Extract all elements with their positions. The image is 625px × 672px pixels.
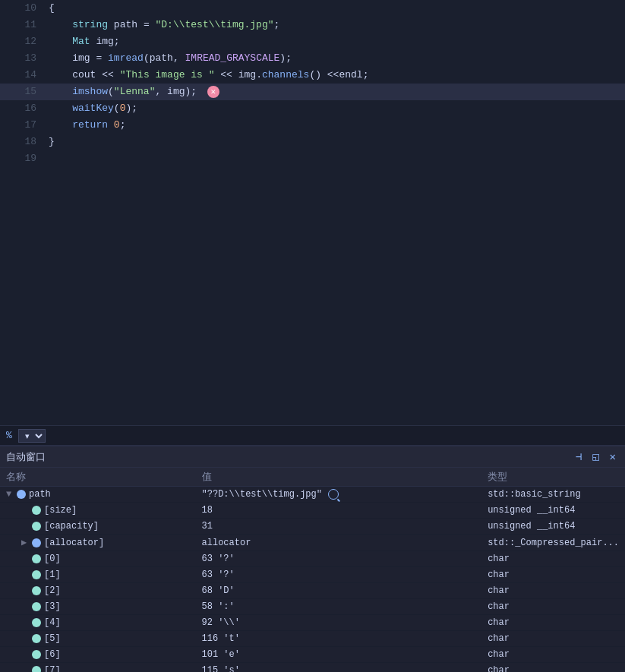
line-number-16: 16 — [0, 100, 46, 117]
zoom-dropdown[interactable]: ▾ — [18, 429, 46, 443]
row-icon — [32, 522, 41, 531]
row-icon — [32, 538, 41, 547]
line-content-15: imshow("Lenna", img); ✕ — [46, 84, 625, 100]
debug-toolbar-icons: ⊣ ◱ ✕ — [573, 449, 619, 465]
row-type-cell: char — [481, 583, 625, 599]
row-value-cell: 68 'D' — [196, 583, 482, 599]
row-name-text: [4] — [44, 617, 61, 628]
code-lines: 10 { 11 string path = "D:\\test\\timg.jp… — [0, 0, 625, 167]
row-value-text: 116 't' — [202, 633, 240, 644]
row-type-text: char — [488, 569, 510, 580]
row-type-text: std::_Compressed_pair... — [488, 538, 619, 548]
row-name-text: [capacity] — [44, 521, 99, 532]
row-value-cell: 92 '\\' — [196, 615, 482, 631]
row-value-cell: 18 — [196, 503, 482, 519]
table-row[interactable]: [capacity]31unsigned __int64 — [0, 519, 625, 535]
row-type-text: char — [488, 554, 510, 564]
expand-arrow[interactable]: ▼ — [6, 489, 15, 500]
row-value-text: 115 's' — [202, 665, 240, 672]
debug-panel: 自动窗口 ⊣ ◱ ✕ 名称 值 类型 ▼path"??D:\\test\\tim… — [0, 445, 625, 672]
code-line-13: 13 img = imread(path, IMREAD_GRAYSCALE); — [0, 50, 625, 67]
code-line-17: 17 return 0; — [0, 117, 625, 134]
row-type-cell: char — [481, 567, 625, 583]
row-type-cell: char — [481, 631, 625, 647]
row-value-text: 58 ':' — [202, 601, 235, 612]
search-value-icon[interactable] — [328, 489, 339, 500]
line-number-19: 19 — [0, 150, 46, 167]
row-value-cell: 31 — [196, 519, 482, 535]
row-name-text: [6] — [44, 649, 61, 660]
line-number-17: 17 — [0, 117, 46, 134]
float-icon[interactable]: ◱ — [589, 449, 601, 465]
table-row[interactable]: [3]58 ':'char — [0, 599, 625, 615]
line-content-17: return 0; — [46, 117, 625, 134]
zoom-percent: % — [6, 430, 12, 441]
row-icon — [32, 602, 41, 611]
line-content-13: img = imread(path, IMREAD_GRAYSCALE); — [46, 50, 625, 67]
code-line-15: 15 imshow("Lenna", img); ✕ — [0, 84, 625, 100]
row-type-cell: char — [481, 615, 625, 631]
close-icon[interactable]: ✕ — [607, 449, 619, 465]
row-name-text: [0] — [44, 554, 61, 564]
table-row[interactable]: [4]92 '\\'char — [0, 615, 625, 631]
error-icon: ✕ — [207, 86, 219, 98]
line-number-14: 14 — [0, 67, 46, 84]
row-type-cell: std::_Compressed_pair... — [481, 535, 625, 551]
row-value-text: 31 — [202, 521, 213, 532]
row-name-text: [3] — [44, 601, 61, 612]
row-type-cell: char — [481, 663, 625, 672]
row-value-text: 63 '?' — [202, 554, 235, 564]
row-type-text: char — [488, 649, 510, 660]
line-content-18: } — [46, 134, 625, 150]
row-icon — [32, 650, 41, 659]
table-row[interactable]: ▶[allocator]allocatorstd::_Compressed_pa… — [0, 535, 625, 551]
line-content-10: { — [46, 0, 625, 17]
row-name-text: [allocator] — [44, 538, 104, 548]
table-row[interactable]: ▼path"??D:\\test\\timg.jpg"std::basic_st… — [0, 487, 625, 503]
row-name-cell: [0] — [0, 551, 196, 567]
row-name-cell: ▼path — [0, 487, 196, 503]
row-value-text: "??D:\\test\\timg.jpg" — [202, 489, 322, 500]
row-type-cell: unsigned __int64 — [481, 503, 625, 519]
debug-variable-table: 名称 值 类型 ▼path"??D:\\test\\timg.jpg"std::… — [0, 468, 625, 672]
line-number-13: 13 — [0, 50, 46, 67]
line-number-11: 11 — [0, 17, 46, 33]
line-number-12: 12 — [0, 33, 46, 50]
row-type-text: char — [488, 665, 510, 672]
line-number-15: 15 — [0, 84, 46, 100]
row-type-cell: unsigned __int64 — [481, 519, 625, 535]
pin-icon[interactable]: ⊣ — [573, 449, 585, 465]
row-icon — [32, 618, 41, 627]
col-header-type: 类型 — [481, 468, 625, 487]
debug-toolbar: 自动窗口 ⊣ ◱ ✕ — [0, 446, 625, 468]
table-row[interactable]: [1]63 '?'char — [0, 567, 625, 583]
col-header-value: 值 — [196, 468, 482, 487]
code-line-10: 10 { — [0, 0, 625, 17]
row-value-text: 92 '\\' — [202, 617, 240, 628]
row-type-text: char — [488, 585, 510, 596]
row-name-cell: [4] — [0, 615, 196, 631]
code-line-14: 14 cout << "This image is " << img.chann… — [0, 67, 625, 84]
row-icon — [32, 586, 41, 595]
row-value-text: 18 — [202, 505, 213, 516]
table-row[interactable]: [6]101 'e'char — [0, 647, 625, 663]
line-content-16: waitKey(0); — [46, 100, 625, 117]
row-type-text: char — [488, 617, 510, 628]
row-name-text: [5] — [44, 633, 61, 644]
row-name-cell: [3] — [0, 599, 196, 615]
table-row[interactable]: [2]68 'D'char — [0, 583, 625, 599]
row-icon — [32, 570, 41, 579]
row-icon — [32, 634, 41, 643]
row-value-cell: 63 '?' — [196, 551, 482, 567]
row-type-text: unsigned __int64 — [488, 505, 575, 516]
expand-arrow[interactable]: ▶ — [21, 537, 30, 548]
table-row[interactable]: [5]116 't'char — [0, 631, 625, 647]
table-row[interactable]: [0]63 '?'char — [0, 551, 625, 567]
code-line-12: 12 Mat img; — [0, 33, 625, 50]
row-type-text: unsigned __int64 — [488, 521, 575, 532]
row-icon — [17, 490, 26, 499]
table-row[interactable]: [7]115 's'char — [0, 663, 625, 672]
line-number-18: 18 — [0, 134, 46, 150]
row-name-cell: [1] — [0, 567, 196, 583]
table-row[interactable]: [size]18unsigned __int64 — [0, 503, 625, 519]
